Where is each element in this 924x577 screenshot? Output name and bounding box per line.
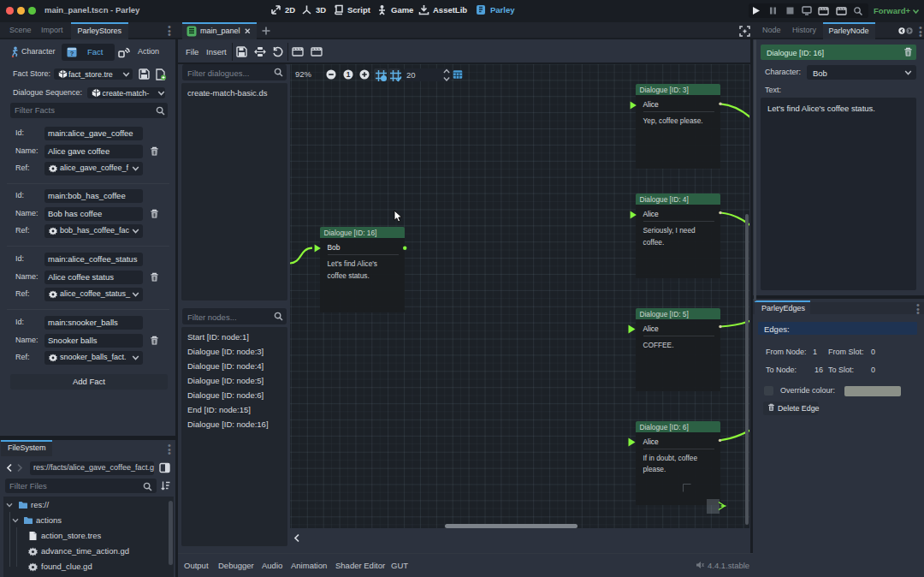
svg-text:1: 1 (346, 70, 350, 79)
svg-text:?: ? (70, 50, 74, 57)
